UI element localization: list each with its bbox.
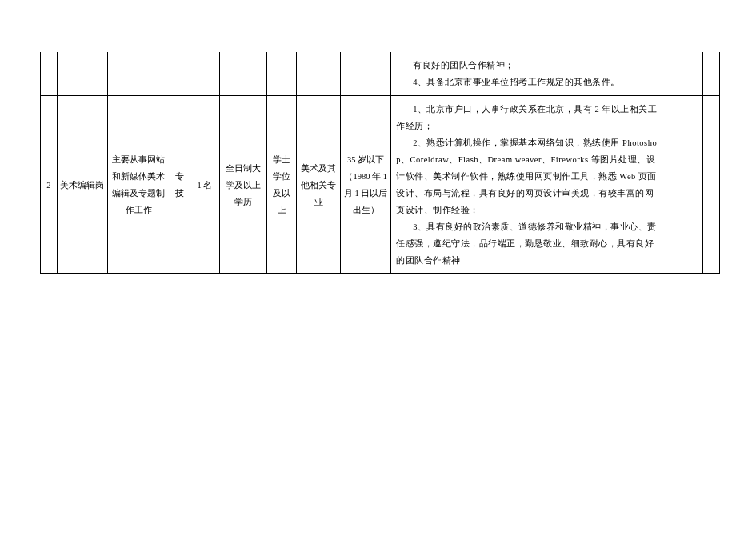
cell-requirements: 1、北京市户口，人事行政关系在北京，具有 2 年以上相关工作经历； 2、熟悉计算… <box>391 96 666 274</box>
cell-note2 <box>703 96 720 274</box>
req-line: 2、熟悉计算机操作，掌握基本网络知识，熟练使用 Photoshop、Coreld… <box>396 134 661 218</box>
cell-education <box>219 52 267 96</box>
cell-degree <box>267 52 297 96</box>
cell-degree: 学士学位及以上 <box>267 96 297 274</box>
cell-position <box>57 52 107 96</box>
req-line: 4、具备北京市事业单位招考工作规定的其他条件。 <box>396 74 661 90</box>
cell-duty <box>107 52 170 96</box>
cell-note2 <box>703 52 720 96</box>
cell-education: 全日制大学及以上学历 <box>219 96 267 274</box>
table-row: 有良好的团队合作精神； 4、具备北京市事业单位招考工作规定的其他条件。 <box>41 52 720 96</box>
cell-count: 1 名 <box>190 96 219 274</box>
table-row: 2 美术编辑岗 主要从事网站和新媒体美术编辑及专题制作工作 专技 1 名 全日制… <box>41 96 720 274</box>
cell-category <box>170 52 190 96</box>
recruitment-table: 有良好的团队合作精神； 4、具备北京市事业单位招考工作规定的其他条件。 2 美术… <box>40 52 720 274</box>
req-line: 1、北京市户口，人事行政关系在北京，具有 2 年以上相关工作经历； <box>396 101 661 134</box>
req-line: 有良好的团队合作精神； <box>396 57 661 74</box>
cell-index: 2 <box>41 96 58 274</box>
req-line: 3、具有良好的政治素质、道德修养和敬业精神，事业心、责任感强，遵纪守法，品行端正… <box>396 218 661 269</box>
cell-duty: 主要从事网站和新媒体美术编辑及专题制作工作 <box>107 96 170 274</box>
cell-requirements: 有良好的团队合作精神； 4、具备北京市事业单位招考工作规定的其他条件。 <box>391 52 666 96</box>
cell-category: 专技 <box>170 96 190 274</box>
cell-index <box>41 52 58 96</box>
cell-major: 美术及其他相关专业 <box>297 96 341 274</box>
cell-position: 美术编辑岗 <box>57 96 107 274</box>
cell-age <box>341 52 391 96</box>
cell-note1 <box>666 52 703 96</box>
cell-note1 <box>666 96 703 274</box>
cell-age: 35 岁以下（1980 年 1 月 1 日以后出生） <box>341 96 391 274</box>
cell-major <box>297 52 341 96</box>
cell-count <box>190 52 219 96</box>
